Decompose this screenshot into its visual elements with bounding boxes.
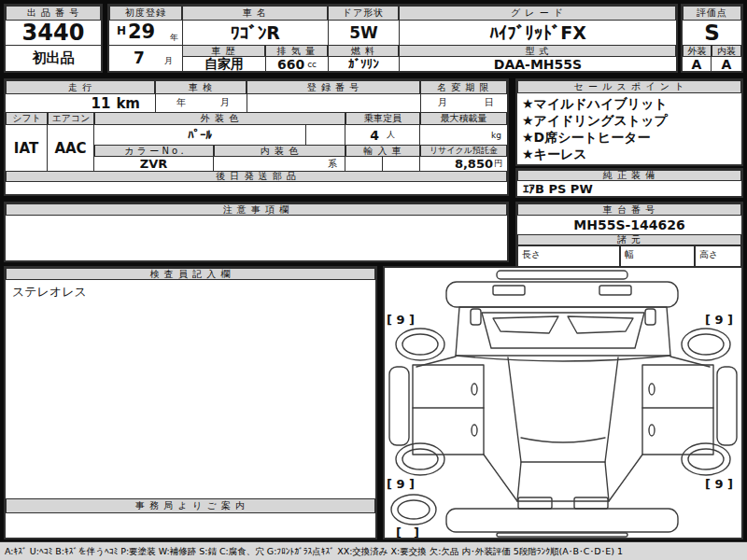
capacity-value: 4 人 <box>345 125 420 145</box>
car-name-value: ﾜｺﾞﾝR <box>182 21 328 45</box>
mileage-number: 11 <box>92 95 111 112</box>
sales-points-box: セ ー ル ス ポ イ ン ト ★マイルドハイブリット ★アイドリングストップ … <box>515 78 743 166</box>
registration-month: 7 <box>134 49 145 67</box>
name-change-deadline-value: 月 日 <box>420 94 507 112</box>
import-car-cell-2 <box>383 157 420 171</box>
door-handle-rear-left <box>472 425 477 436</box>
sales-point-item: ★D席シートヒーター <box>522 129 739 146</box>
quarter-seam-right <box>609 455 642 501</box>
notes-value <box>6 216 507 260</box>
max-load-value: kg <box>420 125 507 145</box>
vehicle-header-box: 初度登録 H 29 年 7 月 車 名 ﾜｺﾞﾝR 車 歴 自家用 排 気 量 … <box>107 4 678 73</box>
recycle-deposit-number: 8,850 <box>455 157 493 171</box>
chassis-box: 車 台 番 号 MH55S-144626 諸 元 長さ 幅 高さ <box>515 202 743 272</box>
spare-tire-mark: [ ] <box>396 525 419 538</box>
sales-point-item: ★アイドリングストップ <box>522 112 739 129</box>
wiper-right <box>568 316 633 333</box>
exterior-score-value: A <box>683 57 712 71</box>
front-bumper <box>446 282 678 307</box>
max-load-unit: kg <box>491 131 501 140</box>
month-unit: 月 <box>164 55 173 67</box>
wheel-rear-right <box>682 443 730 475</box>
first-registration-label: 初度登録 <box>109 6 182 21</box>
sales-points-list: ★マイルドハイブリット ★アイドリングストップ ★D席シートヒーター ★キーレス <box>522 95 739 164</box>
tail-light-right <box>574 497 608 509</box>
inspection-value: 年 月 <box>155 94 247 112</box>
wheel-rear-left <box>396 443 444 475</box>
exterior-color-value: ﾊﾟｰﾙ <box>94 125 306 145</box>
later-parts-label: 後 日 発 送 部 品 <box>6 171 507 182</box>
recycle-deposit-unit: 円 <box>494 158 502 170</box>
interior-score-value: A <box>712 57 741 71</box>
first-registration-month-cell: 7 月 <box>109 45 182 71</box>
interior-color-suffix: 系 <box>328 158 337 171</box>
tire-tread-rear-left: [ 9 ] <box>387 477 415 491</box>
inspection-label: 車 検 <box>155 80 247 94</box>
tail-light-left <box>518 497 552 509</box>
chassis-label: 車 台 番 号 <box>517 203 741 216</box>
inspector-label: 検 査 員 記 入 欄 <box>6 268 375 280</box>
capacity-label: 乗車定員 <box>345 112 420 125</box>
car-diagram-box: [ 9 ] [ 9 ] [ 9 ] [ 9 ] [ ] <box>383 266 743 539</box>
color-no-label: カ ラ ー N o . <box>94 145 214 157</box>
quarter-seam-left <box>484 455 517 501</box>
inspector-box: 検 査 員 記 入 欄 ステレオレス 事 務 局 よ り ご 案 内 <box>4 266 377 539</box>
max-load-label: 最大積載量 <box>420 112 507 125</box>
equipment-label: 純 正 装 備 <box>517 170 741 181</box>
registration-number-value <box>247 94 420 112</box>
interior-color-value: 系 <box>214 157 345 171</box>
rocker-panel-left <box>389 367 409 445</box>
first-registration-year-cell: H 29 年 <box>109 21 182 45</box>
cowl-line <box>456 356 670 361</box>
name-change-deadline-label: 名 変 期 限 <box>420 80 507 94</box>
rear-bottom-strip <box>497 533 627 537</box>
score-label: 評価点 <box>683 6 741 21</box>
shift-value: IAT <box>6 125 48 171</box>
door-shape-value: 5W <box>328 21 399 45</box>
info-block: 走 行 車 検 登 録 番 号 名 変 期 限 11 km 年 月 月 日 シフ… <box>4 78 509 196</box>
front-top-strip <box>497 271 627 279</box>
displacement-unit: cc <box>307 60 317 69</box>
mirror-right <box>645 309 655 325</box>
door-handle-front-right <box>649 384 655 395</box>
name-change-day-placeholder: 日 <box>485 96 494 109</box>
displacement-label: 排 気 量 <box>265 45 328 57</box>
car-top-view-diagram: [ 9 ] [ 9 ] [ 9 ] [ 9 ] [ ] <box>385 268 741 538</box>
chassis-value: MH55S-144626 <box>517 216 741 234</box>
roof-line-left <box>508 357 521 462</box>
wheel-front-right-rim <box>688 334 724 355</box>
fuel-value: ｶﾞｿﾘﾝ <box>328 57 399 71</box>
history-value: 自家用 <box>182 57 265 71</box>
capacity-number: 4 <box>370 128 379 143</box>
inspection-year-placeholder: 年 <box>176 96 186 109</box>
lot-number-value: 3440 <box>6 21 101 45</box>
wheel-front-left-rim <box>402 334 438 355</box>
inspector-note: ステレオレス <box>12 284 367 302</box>
score-value: S <box>683 21 741 45</box>
tire-tread-front-left: [ 9 ] <box>387 313 415 327</box>
shift-label: シフト <box>6 112 48 125</box>
era-letter: H <box>117 24 126 37</box>
auction-sheet: 出 品 番 号 3440 初出品 初度登録 H 29 年 7 月 車 名 ﾜｺﾞ… <box>0 0 747 560</box>
import-car-cell-1 <box>345 157 383 171</box>
aircon-label: エアコン <box>48 112 94 125</box>
rocker-panel-right <box>717 367 737 445</box>
year-unit: 年 <box>170 32 178 44</box>
color-no-value: ZVR <box>94 157 214 171</box>
equipment-box: 純 正 装 備 ｴｱB PS PW <box>515 168 743 198</box>
roof-line-right <box>605 357 618 462</box>
rear-window-line <box>521 438 605 442</box>
door-handle-rear-right <box>649 425 655 436</box>
damage-code-legend: A:ｷｽﾞ U:ﾍｺﾐ B:ｷｽﾞを伴うﾍｺﾐ P:要塗装 W:補修跡 S:錆 … <box>0 541 747 560</box>
tire-tread-rear-right: [ 9 ] <box>705 477 733 491</box>
equipment-value: ｴｱB PS PW <box>517 181 741 196</box>
mileage-value: 11 km <box>6 94 155 112</box>
car-name-label: 車 名 <box>182 6 328 21</box>
office-label: 事 務 局 よ り ご 案 内 <box>6 498 375 513</box>
later-parts-value <box>6 182 507 194</box>
wheel-front-left <box>396 329 444 360</box>
notes-label: 注 意 事 項 欄 <box>6 203 507 216</box>
inspection-month-placeholder: 月 <box>220 96 230 109</box>
specs-label: 諸 元 <box>517 234 741 245</box>
model-code-value: DAA-MH55S <box>399 57 676 71</box>
